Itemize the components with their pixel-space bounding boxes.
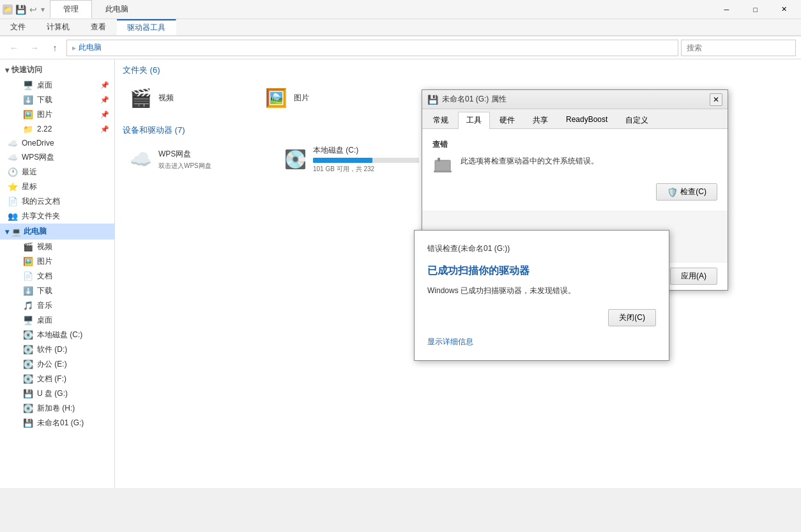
- properties-title: 未命名01 (G:) 属性: [442, 94, 706, 105]
- svg-rect-0: [435, 160, 450, 172]
- svg-rect-1: [438, 158, 440, 162]
- properties-tab-share[interactable]: 共享: [524, 112, 556, 128]
- scan-dialog: 错误检查(未命名01 (G:)) 已成功扫描你的驱动器 Windows 已成功扫…: [414, 230, 669, 361]
- scan-desc: Windows 已成功扫描驱动器，未发现错误。: [427, 285, 656, 296]
- error-section-icon: [432, 155, 453, 176]
- properties-tab-hardware[interactable]: 硬件: [491, 112, 523, 128]
- svg-rect-2: [434, 171, 452, 172]
- properties-tab-tools[interactable]: 工具: [458, 112, 490, 129]
- properties-tab-readyboost[interactable]: ReadyBoost: [558, 112, 616, 128]
- properties-close-button[interactable]: ✕: [710, 93, 722, 106]
- properties-tabs: 常规 工具 硬件 共享 ReadyBoost 自定义: [422, 109, 728, 129]
- scan-heading: 已成功扫描你的驱动器: [427, 264, 656, 278]
- properties-body: 查错 此选项将检查驱动器中的文件系统错误。 🛡️ 检查(C): [422, 129, 728, 211]
- scan-detail-link-wrap: 显示详细信息: [427, 337, 656, 347]
- scan-btn-row: 关闭(C): [427, 309, 656, 326]
- check-button[interactable]: 🛡️ 检查(C): [656, 183, 717, 201]
- shield-icon: 🛡️: [667, 187, 678, 197]
- scan-dialog-titlebar-text: 错误检查(未命名01 (G:)): [427, 243, 656, 254]
- error-section-title: 查错: [432, 139, 717, 150]
- apply-button[interactable]: 应用(A): [670, 268, 717, 285]
- scan-detail-link[interactable]: 显示详细信息: [427, 337, 473, 346]
- scan-close-button[interactable]: 关闭(C): [608, 309, 656, 326]
- properties-tab-general[interactable]: 常规: [425, 112, 457, 128]
- dialog-overlay: 💾 未命名01 (G:) 属性 ✕ 常规 工具 硬件 共享 ReadyBoost…: [0, 0, 801, 532]
- error-section-desc: 此选项将检查驱动器中的文件系统错误。: [461, 155, 599, 167]
- properties-tab-custom[interactable]: 自定义: [617, 112, 657, 128]
- properties-drive-icon: 💾: [427, 95, 438, 105]
- error-section-row: 此选项将检查驱动器中的文件系统错误。: [432, 155, 717, 176]
- properties-titlebar: 💾 未命名01 (G:) 属性 ✕: [422, 90, 728, 109]
